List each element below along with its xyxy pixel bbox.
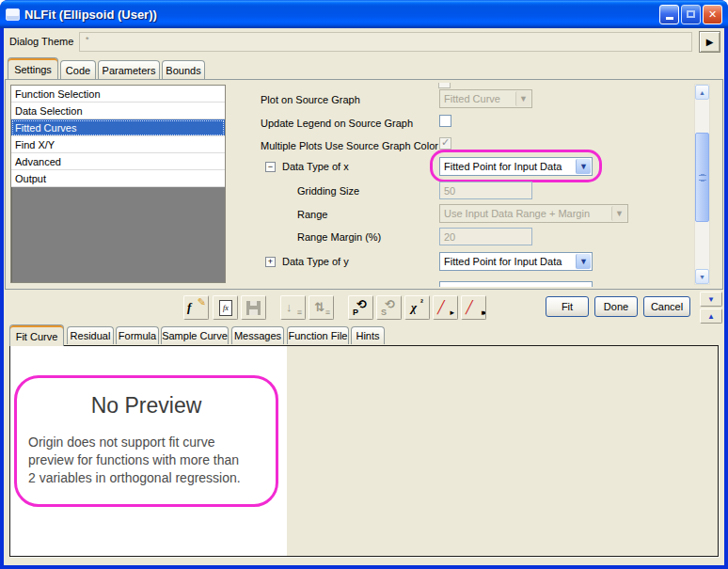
scroll-up-button[interactable]: ▲: [695, 85, 709, 100]
data-type-y-dropdown[interactable]: Fitted Point for Input Data ▼: [439, 252, 593, 271]
roll-up-button[interactable]: ▲: [700, 308, 722, 324]
play-icon: ▸: [450, 308, 454, 317]
no-preview-title: No Preview: [17, 393, 276, 419]
reinitialize-parameters-button[interactable]: ⟲ P: [348, 295, 373, 320]
tab-sample-curve[interactable]: Sample Curve: [161, 326, 229, 344]
dialog-theme-label: Dialog Theme: [9, 36, 73, 47]
sidebar-item-advanced[interactable]: Advanced: [11, 153, 225, 170]
cancel-button[interactable]: Cancel: [643, 296, 690, 317]
right-arrow-icon: ▶: [706, 37, 714, 47]
chevron-down-icon: ▼: [611, 206, 626, 221]
range-margin-label: Range Margin (%): [297, 231, 381, 243]
reset-settings-button: ⟲ S: [376, 295, 402, 320]
no-preview-message: Origin does not support fit curve previe…: [28, 434, 276, 487]
save-icon: [246, 301, 261, 315]
settings-page: Function Selection Data Selection Fitted…: [5, 79, 723, 290]
chevron-down-icon: ▼: [515, 91, 530, 106]
function-file-button[interactable]: fx: [213, 295, 238, 320]
sidebar-item-data-selection[interactable]: Data Selection: [11, 103, 225, 119]
tab-code[interactable]: Code: [60, 60, 96, 79]
tab-function-file[interactable]: Function File: [287, 326, 349, 344]
tab-hints[interactable]: Hints: [351, 326, 385, 344]
sidebar-item-find-xy[interactable]: Find X/Y: [11, 136, 225, 153]
thumb-grip-icon: [699, 175, 706, 181]
minimize-icon: [666, 17, 673, 20]
title-bar[interactable]: NLFit (Ellipsoid (User)) ✕: [0, 0, 728, 28]
scroll-down-button[interactable]: ▼: [695, 269, 709, 284]
clipped-combo: [439, 281, 593, 287]
dialog-content: Dialog Theme * ▶ Settings Code Parameter…: [4, 28, 724, 565]
data-type-x-label: Data Type of x: [282, 161, 349, 172]
fit-line-icon: ╱: [437, 300, 445, 314]
plot-on-source-graph-label: Plot on Source Graph: [261, 94, 360, 105]
sort-parameters-down-button: ↓ ≡: [280, 295, 306, 320]
chevron-down-icon: ▼: [576, 254, 591, 269]
dialog-theme-field[interactable]: *: [79, 32, 692, 52]
sidebar-item-fitted-curves[interactable]: Fitted Curves: [11, 119, 225, 136]
multiple-plots-color-checkbox: ✓: [439, 137, 451, 150]
plot-on-source-graph-dropdown: Fitted Curve ▼: [439, 89, 532, 108]
tab-fit-curve[interactable]: Fit Curve: [9, 324, 64, 346]
dialog-theme-expand-button[interactable]: ▶: [699, 31, 720, 53]
tab-settings[interactable]: Settings: [8, 57, 58, 79]
range-dropdown: Use Input Data Range + Margin ▼: [439, 204, 628, 223]
tab-formula[interactable]: Formula: [116, 326, 159, 344]
maximize-icon: [687, 10, 695, 18]
gridding-size-label: Gridding Size: [297, 185, 359, 197]
data-type-x-collapse-box[interactable]: −: [265, 162, 276, 172]
triangle-down-icon: ▼: [707, 295, 715, 304]
data-type-y-label: Data Type of y: [282, 256, 349, 267]
range-label: Range: [297, 209, 327, 220]
update-legend-checkbox[interactable]: [439, 115, 451, 127]
close-button[interactable]: ✕: [703, 5, 722, 24]
minimize-button[interactable]: [659, 5, 679, 24]
tab-bounds[interactable]: Bounds: [162, 60, 205, 79]
function-file-icon: fx: [219, 300, 232, 316]
fit-until-converged-button[interactable]: ╱ ▸▸: [461, 295, 486, 320]
chi-square-button[interactable]: χ ²: [404, 295, 430, 320]
scroll-up-icon: ▲: [699, 89, 705, 96]
tab-messages[interactable]: Messages: [231, 326, 284, 344]
sort-up-icon: ⇅: [314, 300, 324, 314]
settings-category-list: Function Selection Data Selection Fitted…: [10, 85, 226, 283]
window-title: NLFit (Ellipsoid (User)): [24, 8, 657, 22]
sidebar-item-output[interactable]: Output: [11, 170, 225, 187]
sort-down-icon: ↓: [286, 300, 293, 314]
close-icon: ✕: [708, 8, 717, 21]
update-legend-label: Update Legend on Source Graph: [261, 118, 413, 129]
chevron-down-icon: ▼: [576, 159, 591, 174]
fit-curve-preview-panel: No Preview Origin does not support fit c…: [9, 345, 719, 557]
sidebar-item-function-selection[interactable]: Function Selection: [11, 86, 225, 103]
done-button[interactable]: Done: [594, 296, 638, 317]
settings-scrollbar[interactable]: ▲ ▼: [694, 84, 710, 285]
dialog-theme-value: *: [86, 35, 89, 44]
pencil-icon: ✎: [198, 296, 206, 317]
tab-residual[interactable]: Residual: [67, 326, 114, 344]
fit-button[interactable]: Fit: [546, 296, 589, 317]
fit-one-iteration-button[interactable]: ╱ ▸: [433, 295, 458, 320]
check-icon: ✓: [441, 136, 450, 149]
save-theme-button: [241, 295, 266, 320]
fast-forward-icon: ▸▸: [482, 308, 484, 317]
no-preview-callout: No Preview Origin does not support fit c…: [14, 375, 278, 507]
tab-parameters[interactable]: Parameters: [98, 60, 160, 79]
app-icon: [6, 8, 20, 21]
fit-line-icon: ╱: [466, 300, 473, 314]
clipped-checkbox: [438, 83, 451, 88]
gridding-size-input: 50: [439, 182, 532, 199]
edit-function-icon: f: [187, 300, 191, 315]
scroll-down-icon: ▼: [699, 274, 705, 280]
scrollbar-thumb[interactable]: [695, 133, 709, 222]
fitted-curves-form: Plot on Source Graph Fitted Curve ▼ Upda…: [233, 83, 692, 287]
range-margin-input: 20: [439, 228, 532, 245]
maximize-button[interactable]: [681, 5, 701, 24]
chi-square-icon: χ: [411, 300, 417, 315]
roll-down-button[interactable]: ▼: [700, 292, 722, 307]
edit-function-button[interactable]: f ✎: [183, 295, 209, 320]
reorder-parameters-button: ⇅ ≡: [309, 295, 334, 320]
data-type-x-dropdown[interactable]: Fitted Point for Input Data ▼: [439, 157, 593, 176]
triangle-up-icon: ▲: [707, 312, 715, 321]
multiple-plots-color-label: Multiple Plots Use Source Graph Color: [261, 140, 438, 151]
data-type-y-expand-box[interactable]: +: [265, 257, 276, 267]
nlfit-dialog: NLFit (Ellipsoid (User)) ✕ Dialog Theme …: [0, 0, 728, 569]
